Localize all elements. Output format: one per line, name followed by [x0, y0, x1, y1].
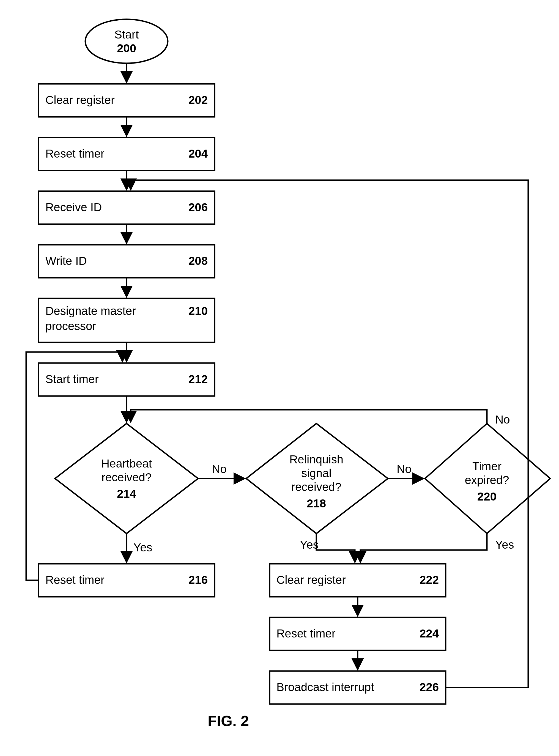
edge-timer-yes: Yes	[495, 538, 514, 551]
node-heartbeat-214-num: 214	[117, 487, 136, 500]
edge-timer-no: No	[495, 413, 510, 426]
node-relinquish-218-l2: signal	[301, 467, 332, 480]
node-write-id-208-label: Write ID	[45, 254, 87, 267]
edge-heartbeat-yes: Yes	[133, 541, 152, 554]
node-start-label: Start	[114, 28, 139, 41]
node-clear-register-202-num: 202	[188, 93, 208, 107]
node-receive-id-206-num: 206	[188, 201, 208, 214]
node-relinquish-218-num: 218	[307, 497, 326, 510]
node-timer-220-l1: Timer	[472, 460, 501, 473]
node-reset-timer-204-label: Reset timer	[45, 147, 105, 160]
node-heartbeat-214-l2: received?	[102, 471, 152, 484]
node-start	[85, 19, 168, 63]
node-designate-master-210-num: 210	[188, 304, 208, 317]
node-broadcast-226-label: Broadcast interrupt	[276, 681, 374, 693]
node-write-id-208-num: 208	[188, 254, 208, 267]
node-start-timer-212-label: Start timer	[45, 373, 99, 386]
node-receive-id-206-label: Receive ID	[45, 201, 102, 214]
node-start-num: 200	[117, 42, 136, 55]
node-reset-timer-224-num: 224	[420, 627, 439, 640]
node-relinquish-218-l3: received?	[291, 480, 341, 494]
node-reset-timer-224-label: Reset timer	[276, 627, 336, 640]
node-clear-register-222-label: Clear register	[276, 573, 346, 586]
edge-heartbeat-no: No	[212, 463, 227, 476]
node-broadcast-226-num: 226	[420, 681, 439, 693]
node-relinquish-218-l1: Relinquish	[289, 453, 343, 466]
node-start-timer-212-num: 212	[188, 373, 208, 386]
edge-relinquish-no: No	[397, 463, 411, 476]
figure-label: FIG. 2	[208, 713, 249, 729]
node-reset-timer-216-num: 216	[188, 573, 208, 586]
node-designate-master-210-label1: Designate master	[45, 304, 136, 317]
node-timer-220-l2: expired?	[465, 474, 509, 486]
node-clear-register-222-num: 222	[420, 573, 439, 586]
node-designate-master-210-label2: processor	[45, 320, 96, 333]
edge-relinquish-yes: Yes	[300, 538, 319, 551]
node-timer-220-num: 220	[477, 490, 496, 503]
node-clear-register-202-label: Clear register	[45, 93, 115, 107]
node-heartbeat-214-l1: Heartbeat	[101, 457, 152, 470]
node-reset-timer-204-num: 204	[188, 147, 208, 160]
node-reset-timer-216-label: Reset timer	[45, 573, 105, 586]
